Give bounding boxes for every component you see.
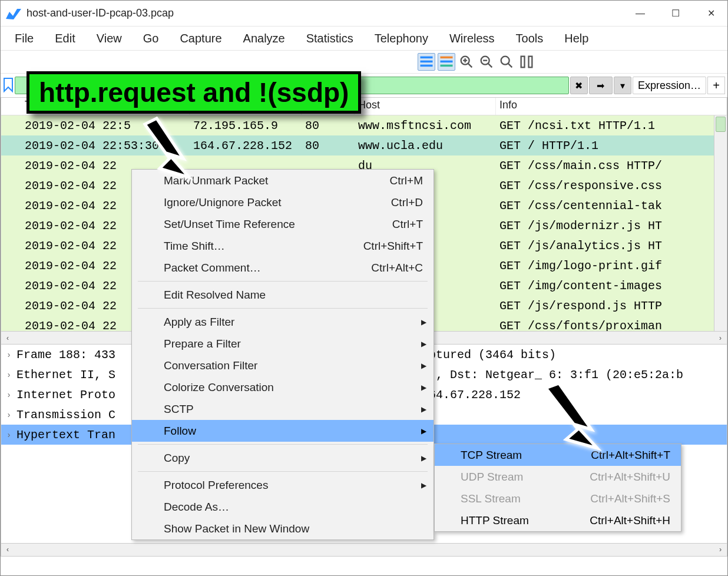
- context-menu-separator: [138, 471, 428, 472]
- expand-caret-icon[interactable]: ›: [1, 390, 16, 399]
- column-header-info[interactable]: Info: [496, 98, 727, 115]
- filter-history-dropdown[interactable]: ▾: [614, 77, 631, 94]
- submenu-caret-icon: ▶: [421, 481, 426, 489]
- titlebar: host-and-user-ID-pcap-03.pcap — ☐ ✕: [1, 1, 727, 27]
- menu-go[interactable]: Go: [133, 28, 170, 49]
- context-menu-item[interactable]: Set/Unset Time ReferenceCtrl+T: [132, 213, 434, 235]
- colorize-icon[interactable]: [438, 53, 455, 71]
- apply-filter-button[interactable]: ➡: [589, 77, 613, 94]
- svg-line-7: [468, 63, 472, 67]
- svg-rect-5: [441, 65, 453, 67]
- annotation-arrow-2: [535, 378, 606, 456]
- submenu-caret-icon: ▶: [421, 340, 426, 348]
- submenu-caret-icon: ▶: [421, 405, 426, 413]
- maximize-button[interactable]: ☐: [669, 6, 683, 21]
- expand-caret-icon[interactable]: ›: [1, 370, 16, 379]
- svg-rect-2: [421, 65, 433, 67]
- close-button[interactable]: ✕: [704, 6, 718, 21]
- packet-list-vscroll[interactable]: [714, 115, 727, 331]
- svg-rect-1: [421, 61, 433, 63]
- follow-submenu-item: SSL StreamCtrl+Alt+Shift+S: [435, 488, 681, 509]
- svg-rect-16: [529, 57, 532, 68]
- submenu-caret-icon: ▶: [421, 318, 426, 326]
- svg-line-11: [488, 63, 492, 67]
- context-menu-item[interactable]: Colorize Conversation▶: [132, 376, 434, 398]
- context-menu-item[interactable]: Apply as Filter▶: [132, 311, 434, 333]
- resize-columns-icon[interactable]: [518, 53, 535, 71]
- svg-rect-4: [441, 61, 453, 63]
- menu-view[interactable]: View: [86, 28, 133, 49]
- context-menu-item[interactable]: Conversation Filter▶: [132, 355, 434, 376]
- details-hscroll[interactable]: ‹›: [1, 543, 727, 556]
- context-menu-separator: [138, 444, 428, 445]
- svg-rect-0: [421, 57, 433, 59]
- menu-help[interactable]: Help: [554, 28, 599, 49]
- context-menu-item[interactable]: Show Packet in New Window: [132, 518, 434, 539]
- expand-caret-icon[interactable]: ›: [1, 430, 16, 439]
- svg-rect-15: [521, 57, 525, 68]
- menu-statistics[interactable]: Statistics: [296, 28, 364, 49]
- menu-file[interactable]: File: [4, 28, 44, 49]
- follow-submenu: TCP StreamCtrl+Alt+Shift+TUDP StreamCtrl…: [434, 443, 681, 532]
- bookmark-icon[interactable]: [3, 77, 14, 94]
- context-menu-item[interactable]: Time Shift…Ctrl+Shift+T: [132, 235, 434, 257]
- context-menu-item[interactable]: Protocol Preferences▶: [132, 474, 434, 496]
- toolbar: [1, 50, 727, 74]
- menu-tools[interactable]: Tools: [505, 28, 554, 49]
- annotation-callout: http.request and !(ssdp): [27, 71, 361, 114]
- zoom-in-icon[interactable]: [458, 53, 475, 71]
- context-menu-item[interactable]: Prepare a Filter▶: [132, 333, 434, 355]
- zoom-out-icon[interactable]: [478, 53, 495, 71]
- menu-wireless[interactable]: Wireless: [439, 28, 505, 49]
- menu-edit[interactable]: Edit: [44, 28, 85, 49]
- auto-scroll-icon[interactable]: [418, 53, 435, 71]
- menubar: FileEditViewGoCaptureAnalyzeStatisticsTe…: [1, 27, 727, 50]
- follow-submenu-item[interactable]: HTTP StreamCtrl+Alt+Shift+H: [435, 509, 681, 531]
- zoom-reset-icon[interactable]: [498, 53, 515, 71]
- context-menu-item[interactable]: Ignore/Unignore PacketCtrl+D: [132, 191, 434, 213]
- context-menu-item[interactable]: Copy▶: [132, 447, 434, 469]
- svg-rect-3: [441, 57, 453, 59]
- context-menu-item[interactable]: Edit Resolved Name: [132, 284, 434, 306]
- submenu-caret-icon: ▶: [421, 362, 426, 370]
- svg-line-14: [508, 63, 512, 67]
- menu-capture[interactable]: Capture: [169, 28, 232, 49]
- context-menu: Mark/Unmark PacketCtrl+MIgnore/Unignore …: [131, 169, 434, 540]
- context-menu-item[interactable]: Decode As…: [132, 496, 434, 518]
- annotation-arrow-1: [133, 112, 198, 185]
- menu-telephony[interactable]: Telephony: [364, 28, 439, 49]
- wireshark-icon: [5, 7, 22, 20]
- context-menu-separator: [138, 281, 428, 282]
- submenu-caret-icon: ▶: [421, 454, 426, 462]
- context-menu-item[interactable]: Packet Comment…Ctrl+Alt+C: [132, 257, 434, 279]
- column-header-host[interactable]: Host: [355, 98, 496, 115]
- minimize-button[interactable]: —: [633, 6, 647, 21]
- add-filter-button[interactable]: +: [707, 77, 725, 94]
- submenu-caret-icon: ▶: [421, 427, 426, 435]
- packet-row[interactable]: 2019-02-04 22:53:30164.67.228.15280www.u…: [1, 135, 727, 155]
- expression-button[interactable]: Expression…: [633, 77, 706, 94]
- context-menu-item[interactable]: SCTP▶: [132, 398, 434, 420]
- clear-filter-button[interactable]: ✖: [570, 77, 588, 94]
- expand-caret-icon[interactable]: ›: [1, 350, 16, 359]
- packet-row[interactable]: 2019-02-04 22:572.195.165.980www.msftncs…: [1, 115, 727, 135]
- follow-submenu-item: UDP StreamCtrl+Alt+Shift+U: [435, 466, 681, 488]
- expand-caret-icon[interactable]: ›: [1, 410, 16, 419]
- menu-analyze[interactable]: Analyze: [233, 28, 296, 49]
- context-menu-item[interactable]: Follow▶: [132, 420, 434, 442]
- context-menu-separator: [138, 308, 428, 309]
- submenu-caret-icon: ▶: [421, 383, 426, 392]
- window-title: host-and-user-ID-pcap-03.pcap: [27, 7, 633, 19]
